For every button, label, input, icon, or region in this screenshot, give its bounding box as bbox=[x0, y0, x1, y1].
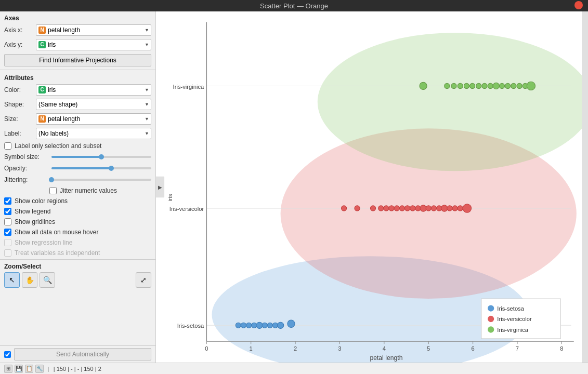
axis-y-combo-wrapper: C iris ▼ bbox=[36, 39, 151, 50]
send-auto-button[interactable]: Send Automatically bbox=[14, 348, 151, 360]
find-projections-button[interactable]: Find Informative Projections bbox=[4, 54, 151, 66]
virginica-point[interactable] bbox=[505, 83, 511, 88]
arrow-btn[interactable]: ↖ bbox=[4, 272, 20, 288]
virginica-point[interactable] bbox=[482, 83, 487, 88]
versicolor-point[interactable] bbox=[399, 206, 404, 211]
virginica-point[interactable] bbox=[499, 83, 504, 88]
status-icon-copy[interactable]: 📋 bbox=[25, 365, 33, 373]
close-button[interactable] bbox=[574, 1, 583, 9]
collapse-panel-button[interactable]: ▶ bbox=[156, 177, 164, 197]
y-label-versicolor: Iris-versicolor bbox=[169, 206, 204, 212]
jittering-row: Jittering: bbox=[0, 174, 155, 185]
versicolor-point[interactable] bbox=[458, 206, 463, 211]
virginica-point[interactable] bbox=[458, 83, 463, 88]
virginica-point[interactable] bbox=[464, 83, 469, 88]
status-icon-settings[interactable]: 🔧 bbox=[35, 365, 44, 373]
show-gridlines-checkbox[interactable] bbox=[4, 218, 11, 225]
setosa-point[interactable] bbox=[278, 322, 284, 328]
legend-virginica-dot bbox=[488, 326, 494, 332]
versicolor-point[interactable] bbox=[384, 206, 389, 211]
versicolor-point[interactable] bbox=[441, 205, 448, 211]
symbol-size-row: Symbol size: bbox=[0, 151, 155, 163]
symbol-size-thumb[interactable] bbox=[99, 154, 104, 159]
axis-x-value: petal length bbox=[48, 26, 80, 34]
virginica-point[interactable] bbox=[488, 83, 493, 88]
pan-btn[interactable]: ✋ bbox=[22, 272, 37, 288]
versicolor-point[interactable] bbox=[452, 206, 458, 211]
show-color-regions-row[interactable]: Show color regions bbox=[0, 196, 155, 206]
label-dropdown[interactable]: (No labels) bbox=[36, 128, 151, 139]
axis-x-dropdown[interactable]: N petal length bbox=[36, 24, 151, 36]
x-tick-1: 1 bbox=[250, 345, 253, 352]
chart-canvas: Iris-virginica Iris-versicolor Iris-seto… bbox=[164, 11, 582, 363]
label-only-checkbox[interactable] bbox=[4, 142, 11, 150]
versicolor-point[interactable] bbox=[394, 206, 399, 211]
virginica-point[interactable] bbox=[470, 83, 475, 88]
versicolor-point[interactable] bbox=[389, 206, 394, 211]
show-legend-label: Show legend bbox=[15, 208, 50, 215]
show-all-data-row[interactable]: Show all data on mouse hover bbox=[0, 227, 155, 237]
show-all-data-checkbox[interactable] bbox=[4, 229, 11, 236]
symbol-size-fill bbox=[51, 156, 101, 158]
axis-y-dropdown[interactable]: C iris bbox=[36, 39, 151, 50]
versicolor-point[interactable] bbox=[447, 206, 452, 211]
versicolor-point[interactable] bbox=[426, 206, 431, 211]
setosa-point[interactable] bbox=[267, 323, 272, 328]
show-gridlines-row[interactable]: Show gridlines bbox=[0, 217, 155, 227]
show-regression-label: Show regression line bbox=[15, 239, 72, 246]
status-info: | 150 | - | - | 150 | 2 bbox=[54, 366, 101, 372]
shape-dropdown[interactable]: (Same shape) bbox=[36, 99, 151, 110]
versicolor-point[interactable] bbox=[342, 206, 347, 211]
jitter-numeric-checkbox[interactable] bbox=[49, 187, 57, 194]
setosa-point[interactable] bbox=[241, 323, 246, 328]
show-legend-row[interactable]: Show legend bbox=[0, 206, 155, 217]
setosa-point[interactable] bbox=[262, 323, 267, 328]
opacity-slider[interactable] bbox=[51, 164, 151, 172]
versicolor-point[interactable] bbox=[410, 206, 415, 211]
expand-button[interactable]: ⤢ bbox=[136, 272, 151, 288]
virginica-point[interactable] bbox=[511, 83, 516, 88]
label-only-row[interactable]: Label only selection and subset bbox=[0, 141, 155, 151]
status-icon-save[interactable]: 💾 bbox=[15, 365, 23, 373]
color-dropdown[interactable]: C iris bbox=[36, 84, 151, 96]
symbol-size-slider[interactable] bbox=[51, 153, 151, 161]
setosa-point[interactable] bbox=[236, 323, 241, 328]
setosa-point[interactable] bbox=[246, 323, 252, 328]
zoom-btn[interactable]: 🔍 bbox=[40, 272, 55, 288]
opacity-thumb[interactable] bbox=[109, 166, 114, 171]
virginica-point[interactable] bbox=[527, 82, 535, 90]
y-label-setosa: Iris-setosa bbox=[177, 323, 204, 329]
virginica-region bbox=[318, 33, 582, 171]
versicolor-point[interactable] bbox=[463, 204, 471, 212]
versicolor-point[interactable] bbox=[370, 206, 375, 211]
shape-row: Shape: (Same shape) ▼ bbox=[0, 97, 155, 112]
show-legend-checkbox[interactable] bbox=[4, 208, 11, 215]
versicolor-point[interactable] bbox=[420, 205, 426, 211]
show-color-regions-checkbox[interactable] bbox=[4, 197, 11, 205]
virginica-point[interactable] bbox=[493, 83, 499, 89]
vertical-scrollbar[interactable] bbox=[582, 11, 588, 363]
virginica-point[interactable] bbox=[517, 83, 522, 88]
send-auto-checkbox[interactable] bbox=[4, 351, 11, 358]
show-regression-row: Show regression line bbox=[0, 237, 155, 248]
virginica-point[interactable] bbox=[451, 83, 456, 88]
status-icon-grid[interactable]: ⊞ bbox=[4, 365, 12, 373]
versicolor-point[interactable] bbox=[404, 206, 410, 211]
versicolor-point[interactable] bbox=[378, 206, 384, 211]
versicolor-point[interactable] bbox=[431, 206, 436, 211]
size-dropdown[interactable]: N petal length bbox=[36, 113, 151, 125]
virginica-point[interactable] bbox=[445, 83, 450, 88]
setosa-point[interactable] bbox=[256, 322, 263, 328]
shape-label: Shape: bbox=[4, 101, 33, 108]
jittering-track bbox=[51, 179, 151, 181]
virginica-point[interactable] bbox=[476, 83, 481, 88]
setosa-point[interactable] bbox=[288, 320, 295, 327]
axis-x-type-badge: N bbox=[38, 26, 46, 34]
axis-x-label: Axis x: bbox=[4, 26, 33, 34]
versicolor-point[interactable] bbox=[355, 206, 360, 211]
jittering-thumb[interactable] bbox=[49, 177, 54, 182]
label-value: (No labels) bbox=[38, 130, 69, 137]
jittering-slider[interactable] bbox=[51, 176, 151, 184]
virginica-point[interactable] bbox=[420, 82, 427, 89]
jitter-numeric-row[interactable]: Jitter numeric values bbox=[0, 185, 155, 196]
